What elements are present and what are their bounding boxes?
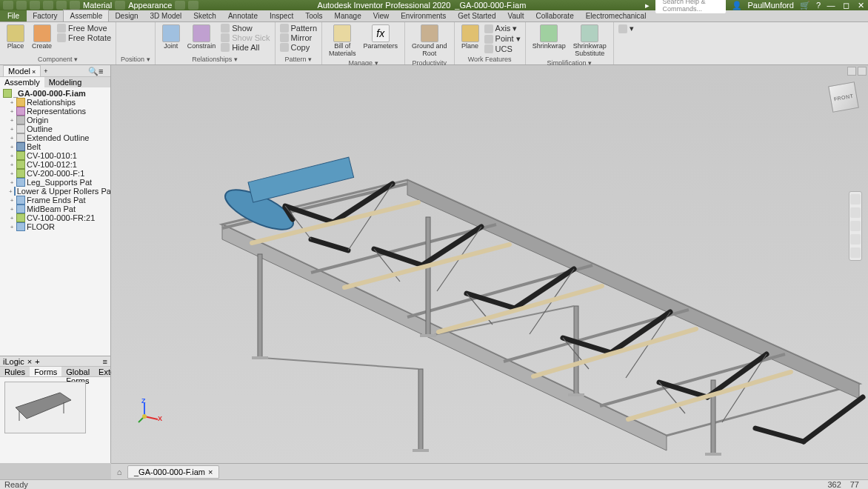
ltab-forms[interactable]: Forms bbox=[30, 367, 61, 376]
subtab-modeling[interactable]: Modeling bbox=[44, 77, 87, 87]
expand-icon[interactable]: + bbox=[9, 197, 15, 204]
tab-assemble[interactable]: Assemble bbox=[63, 10, 109, 21]
pattern-button[interactable]: Pattern bbox=[280, 24, 317, 33]
tree-item[interactable]: +Representations bbox=[1, 107, 109, 116]
tree-item[interactable]: +Lower & Upper Rollers Pat bbox=[1, 187, 109, 196]
qat-new-icon[interactable] bbox=[3, 1, 13, 10]
shrinkwrap-button[interactable]: Shrinkwrap bbox=[530, 24, 568, 51]
cart-icon[interactable]: 🛒 bbox=[800, 1, 810, 10]
tab-view[interactable]: View bbox=[367, 10, 395, 21]
tab-design[interactable]: Design bbox=[109, 10, 144, 21]
free-move-button[interactable]: Free Move bbox=[57, 24, 111, 33]
substitute-button[interactable]: Shrinkwrap Substitute bbox=[571, 24, 609, 59]
close-icon[interactable]: ✕ bbox=[856, 1, 865, 10]
place-button[interactable]: Place bbox=[4, 24, 27, 51]
tree-item[interactable]: +CV-100-012:1 bbox=[1, 160, 109, 169]
home-icon[interactable]: ⌂ bbox=[114, 467, 124, 477]
expand-icon[interactable]: + bbox=[9, 126, 15, 133]
expand-icon[interactable]: + bbox=[9, 153, 15, 159]
help-icon[interactable]: ? bbox=[816, 1, 821, 10]
qat-select-icon[interactable] bbox=[70, 1, 80, 10]
add-tab-icon[interactable]: + bbox=[44, 67, 47, 75]
close-ilogic-icon[interactable]: × bbox=[27, 357, 32, 366]
viewport-max-icon[interactable] bbox=[847, 67, 856, 76]
qat-open-icon[interactable] bbox=[16, 1, 27, 10]
tree-item[interactable]: +Origin bbox=[1, 116, 109, 124]
ilogic-menu-icon[interactable]: ≡ bbox=[103, 357, 107, 366]
tree-item[interactable]: +FLOOR bbox=[1, 222, 109, 231]
viewport-close-icon[interactable] bbox=[858, 67, 867, 76]
tree-item[interactable]: +Frame Ends Pat bbox=[1, 196, 109, 204]
ground-button[interactable]: Ground and Root bbox=[410, 24, 450, 59]
tree-item[interactable]: +Belt bbox=[1, 142, 109, 151]
user-icon[interactable]: 👤 bbox=[732, 1, 742, 10]
ucs-button[interactable]: UCS bbox=[484, 44, 521, 53]
tab-tools[interactable]: Tools bbox=[299, 10, 328, 21]
viewcube[interactable]: FRONT bbox=[828, 82, 859, 113]
tab-vault[interactable]: Vault bbox=[501, 10, 530, 21]
tab-environments[interactable]: Environments bbox=[395, 10, 452, 21]
tab-factory[interactable]: Factory bbox=[27, 10, 63, 21]
expand-icon[interactable]: + bbox=[9, 206, 15, 213]
ltab-global[interactable]: Global Forms bbox=[61, 367, 94, 376]
expand-icon[interactable]: + bbox=[9, 215, 15, 222]
tab-sketch[interactable]: Sketch bbox=[187, 10, 222, 21]
maximize-icon[interactable]: ◻ bbox=[841, 1, 850, 10]
parameters-button[interactable]: fxParameters bbox=[361, 24, 401, 51]
tree-item[interactable]: +Extended Outline bbox=[1, 133, 109, 142]
expand-icon[interactable]: + bbox=[9, 108, 15, 115]
tree-item[interactable]: +Relationships bbox=[1, 98, 109, 107]
qat-redo-icon[interactable] bbox=[56, 1, 67, 10]
plane-button[interactable]: Plane bbox=[459, 24, 481, 51]
constrain-button[interactable]: Constrain bbox=[185, 24, 218, 51]
reset-button[interactable]: ▾ bbox=[618, 24, 634, 33]
qat-fx-icon[interactable] bbox=[175, 1, 185, 10]
tab-manage[interactable]: Manage bbox=[329, 10, 367, 21]
file-tab[interactable]: File bbox=[0, 10, 27, 21]
qat-paint-icon[interactable] bbox=[115, 1, 125, 10]
expand-icon[interactable]: + bbox=[9, 179, 15, 186]
qat-undo-icon[interactable] bbox=[43, 1, 53, 10]
close-doc-icon[interactable]: × bbox=[208, 468, 213, 476]
appearance-dropdown[interactable]: Appearance bbox=[128, 1, 172, 10]
show-button[interactable]: Show bbox=[221, 24, 270, 33]
qat-measure-icon[interactable] bbox=[188, 1, 198, 10]
user-name[interactable]: PaulMunford bbox=[748, 1, 794, 10]
hide-all-button[interactable]: Hide All bbox=[221, 43, 270, 52]
copy-button[interactable]: Copy bbox=[280, 43, 317, 52]
tab-3dmodel[interactable]: 3D Model bbox=[144, 10, 188, 21]
menu-icon[interactable]: ≡ bbox=[99, 67, 107, 76]
expand-icon[interactable]: + bbox=[9, 188, 13, 195]
expand-icon[interactable]: + bbox=[9, 117, 15, 124]
subtab-assembly[interactable]: Assembly bbox=[0, 77, 44, 87]
point-button[interactable]: Point ▾ bbox=[484, 34, 521, 44]
free-rotate-button[interactable]: Free Rotate bbox=[57, 33, 111, 42]
bom-button[interactable]: Bill of Materials bbox=[327, 24, 358, 59]
tab-inspect[interactable]: Inspect bbox=[264, 10, 299, 21]
document-tab[interactable]: _GA-000-000-F.iam× bbox=[127, 465, 219, 479]
material-dropdown[interactable]: Material bbox=[83, 1, 112, 10]
expand-icon[interactable]: + bbox=[9, 135, 15, 142]
expand-icon[interactable]: + bbox=[9, 224, 15, 230]
search-input[interactable]: Search Help & Commands... bbox=[655, 0, 726, 13]
tab-getstarted[interactable]: Get Started bbox=[452, 10, 501, 21]
ltab-rules[interactable]: Rules bbox=[0, 367, 30, 376]
browser-tab[interactable]: Model× bbox=[3, 65, 41, 76]
tree-item[interactable]: +Leg_Supports Pat bbox=[1, 178, 109, 187]
add-ilogic-icon[interactable]: + bbox=[35, 357, 39, 366]
joint-button[interactable]: Joint bbox=[160, 24, 182, 51]
tab-electromechanical[interactable]: Electromechanical bbox=[580, 10, 652, 21]
tree-item[interactable]: +MidBeam Pat bbox=[1, 204, 109, 213]
tree-root[interactable]: _GA-000-000-F.iam bbox=[1, 89, 109, 98]
search-icon[interactable]: 🔍 bbox=[88, 67, 97, 76]
form-thumbnail[interactable] bbox=[4, 382, 86, 433]
expand-icon[interactable]: + bbox=[9, 144, 15, 150]
expand-icon[interactable]: + bbox=[9, 162, 15, 168]
axis-button[interactable]: Axis ▾ bbox=[484, 24, 521, 33]
tree-item[interactable]: +CV-100-010:1 bbox=[1, 151, 109, 160]
close-tab-icon[interactable]: × bbox=[32, 68, 36, 76]
create-button[interactable]: Create bbox=[30, 24, 54, 51]
tree-item[interactable]: +CV-200-000-F:1 bbox=[1, 169, 109, 178]
tree-item[interactable]: +Outline bbox=[1, 124, 109, 133]
tree-item[interactable]: +CV-100-000-FR:21 bbox=[1, 213, 109, 222]
